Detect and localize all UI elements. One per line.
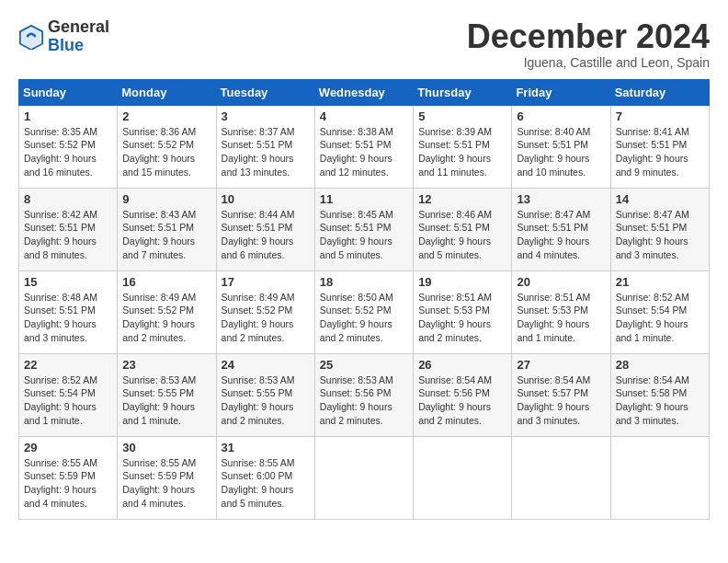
day-number: 10: [222, 192, 310, 206]
daylight-label: Daylight: 9 hours and 15 minutes.: [122, 153, 195, 178]
day-number: 7: [616, 109, 704, 123]
calendar-week-row: 8 Sunrise: 8:42 AM Sunset: 5:51 PM Dayli…: [19, 188, 710, 270]
sunrise-label: Sunrise: 8:47 AM: [517, 209, 590, 220]
sunset-label: Sunset: 5:51 PM: [418, 139, 490, 150]
sunset-label: Sunset: 5:51 PM: [616, 222, 688, 233]
sunset-label: Sunset: 5:59 PM: [122, 470, 194, 481]
sunrise-label: Sunrise: 8:45 AM: [320, 209, 393, 220]
sunrise-label: Sunrise: 8:41 AM: [616, 126, 689, 137]
sunrise-label: Sunrise: 8:37 AM: [222, 126, 295, 137]
daylight-label: Daylight: 9 hours and 13 minutes.: [222, 153, 294, 178]
day-info: Sunrise: 8:55 AM Sunset: 5:59 PM Dayligh…: [24, 456, 112, 511]
day-info: Sunrise: 8:37 AM Sunset: 5:51 PM Dayligh…: [222, 125, 310, 179]
sunrise-label: Sunrise: 8:52 AM: [616, 292, 689, 303]
day-number: 8: [24, 192, 112, 206]
calendar-cell: [512, 436, 610, 519]
calendar-cell: 22 Sunrise: 8:52 AM Sunset: 5:54 PM Dayl…: [19, 353, 118, 436]
day-number: 29: [24, 441, 112, 454]
calendar-cell: 15 Sunrise: 8:48 AM Sunset: 5:51 PM Dayl…: [19, 270, 118, 353]
sunset-label: Sunset: 5:52 PM: [24, 139, 96, 150]
day-number: 25: [320, 358, 408, 372]
daylight-label: Daylight: 9 hours and 1 minute.: [122, 401, 195, 426]
daylight-label: Daylight: 9 hours and 1 minute.: [616, 318, 688, 343]
calendar-cell: 23 Sunrise: 8:53 AM Sunset: 5:55 PM Dayl…: [118, 353, 216, 436]
sunrise-label: Sunrise: 8:46 AM: [418, 209, 492, 220]
location: Iguena, Castille and Leon, Spain: [467, 55, 710, 70]
sunset-label: Sunset: 5:52 PM: [122, 304, 194, 316]
day-number: 20: [517, 275, 605, 289]
day-number: 21: [616, 275, 704, 289]
sunrise-label: Sunrise: 8:49 AM: [122, 292, 196, 303]
sunset-label: Sunset: 5:51 PM: [517, 222, 588, 233]
day-info: Sunrise: 8:39 AM Sunset: 5:51 PM Dayligh…: [418, 125, 506, 179]
svg-marker-0: [22, 28, 41, 48]
calendar-week-row: 15 Sunrise: 8:48 AM Sunset: 5:51 PM Dayl…: [19, 270, 710, 353]
day-number: 19: [418, 275, 506, 289]
day-info: Sunrise: 8:49 AM Sunset: 5:52 PM Dayligh…: [122, 291, 210, 345]
daylight-label: Daylight: 9 hours and 12 minutes.: [320, 153, 392, 178]
calendar-cell: 1 Sunrise: 8:35 AM Sunset: 5:52 PM Dayli…: [19, 105, 118, 188]
sunrise-label: Sunrise: 8:39 AM: [418, 126, 492, 137]
day-number: 30: [122, 441, 210, 454]
daylight-label: Daylight: 9 hours and 4 minutes.: [517, 236, 589, 260]
sunrise-label: Sunrise: 8:53 AM: [222, 374, 295, 385]
daylight-label: Daylight: 9 hours and 3 minutes.: [616, 236, 688, 260]
sunset-label: Sunset: 5:52 PM: [122, 139, 194, 150]
sunset-label: Sunset: 5:57 PM: [517, 387, 588, 398]
day-info: Sunrise: 8:38 AM Sunset: 5:51 PM Dayligh…: [320, 125, 408, 179]
calendar-body: 1 Sunrise: 8:35 AM Sunset: 5:52 PM Dayli…: [19, 105, 710, 519]
daylight-label: Daylight: 9 hours and 2 minutes.: [418, 318, 491, 343]
calendar-cell: 21 Sunrise: 8:52 AM Sunset: 5:54 PM Dayl…: [610, 270, 709, 353]
calendar-cell: 20 Sunrise: 8:51 AM Sunset: 5:53 PM Dayl…: [512, 270, 610, 353]
sunset-label: Sunset: 5:55 PM: [222, 387, 293, 398]
title-block: December 2024 Iguena, Castille and Leon,…: [467, 18, 710, 70]
day-number: 27: [517, 358, 605, 372]
sunrise-label: Sunrise: 8:52 AM: [24, 374, 97, 385]
day-info: Sunrise: 8:47 AM Sunset: 5:51 PM Dayligh…: [616, 208, 704, 262]
day-info: Sunrise: 8:50 AM Sunset: 5:52 PM Dayligh…: [320, 291, 408, 345]
day-info: Sunrise: 8:52 AM Sunset: 5:54 PM Dayligh…: [616, 291, 704, 345]
header-sunday: Sunday: [19, 79, 118, 105]
calendar-cell: 8 Sunrise: 8:42 AM Sunset: 5:51 PM Dayli…: [19, 188, 118, 270]
daylight-label: Daylight: 9 hours and 1 minute.: [517, 318, 589, 343]
sunset-label: Sunset: 5:54 PM: [616, 304, 688, 316]
day-number: 9: [122, 192, 210, 206]
day-number: 31: [222, 441, 310, 454]
sunrise-label: Sunrise: 8:49 AM: [222, 292, 295, 303]
day-info: Sunrise: 8:44 AM Sunset: 5:51 PM Dayligh…: [222, 208, 310, 262]
day-number: 6: [517, 109, 605, 123]
calendar-cell: 10 Sunrise: 8:44 AM Sunset: 5:51 PM Dayl…: [216, 188, 314, 270]
calendar-cell: 13 Sunrise: 8:47 AM Sunset: 5:51 PM Dayl…: [512, 188, 610, 270]
daylight-label: Daylight: 9 hours and 3 minutes.: [517, 401, 589, 426]
calendar-header-row: SundayMondayTuesdayWednesdayThursdayFrid…: [19, 79, 710, 105]
daylight-label: Daylight: 9 hours and 3 minutes.: [24, 318, 97, 343]
calendar-cell: 29 Sunrise: 8:55 AM Sunset: 5:59 PM Dayl…: [19, 436, 118, 519]
daylight-label: Daylight: 9 hours and 5 minutes.: [320, 236, 392, 260]
daylight-label: Daylight: 9 hours and 6 minutes.: [222, 236, 294, 260]
calendar-cell: 7 Sunrise: 8:41 AM Sunset: 5:51 PM Dayli…: [610, 105, 709, 188]
calendar-cell: 16 Sunrise: 8:49 AM Sunset: 5:52 PM Dayl…: [118, 270, 216, 353]
day-number: 1: [24, 109, 112, 123]
sunrise-label: Sunrise: 8:53 AM: [320, 374, 393, 385]
day-number: 12: [418, 192, 506, 206]
header-wednesday: Wednesday: [314, 79, 413, 105]
sunset-label: Sunset: 6:00 PM: [222, 470, 293, 481]
sunrise-label: Sunrise: 8:40 AM: [517, 126, 590, 137]
day-info: Sunrise: 8:35 AM Sunset: 5:52 PM Dayligh…: [24, 125, 112, 179]
day-number: 17: [222, 275, 310, 289]
header-saturday: Saturday: [610, 79, 709, 105]
logo: General Blue: [18, 18, 109, 55]
sunset-label: Sunset: 5:51 PM: [320, 222, 392, 233]
header-tuesday: Tuesday: [216, 79, 314, 105]
day-number: 26: [418, 358, 506, 372]
header-friday: Friday: [512, 79, 610, 105]
sunset-label: Sunset: 5:51 PM: [616, 139, 688, 150]
header-thursday: Thursday: [414, 79, 512, 105]
sunset-label: Sunset: 5:56 PM: [320, 387, 392, 398]
calendar-cell: 17 Sunrise: 8:49 AM Sunset: 5:52 PM Dayl…: [216, 270, 314, 353]
daylight-label: Daylight: 9 hours and 2 minutes.: [320, 401, 392, 426]
calendar-week-row: 1 Sunrise: 8:35 AM Sunset: 5:52 PM Dayli…: [19, 105, 710, 188]
day-number: 13: [517, 192, 605, 206]
day-number: 16: [122, 275, 210, 289]
day-number: 5: [418, 109, 506, 123]
